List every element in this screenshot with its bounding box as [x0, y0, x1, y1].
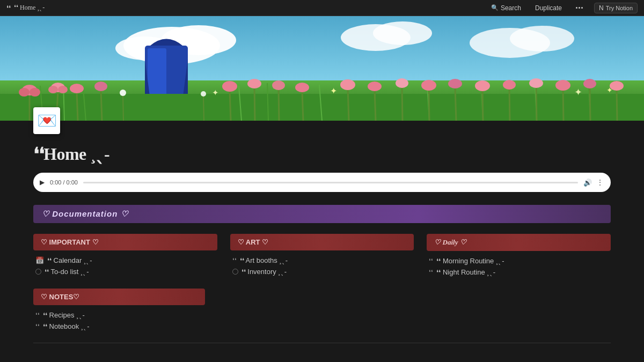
more-options-button[interactable] [573, 6, 586, 10]
svg-line-37 [230, 90, 231, 121]
svg-line-57 [509, 88, 510, 121]
banner-svg: ✦ ✦ ✦ ✦ [0, 16, 644, 121]
dot3 [581, 7, 583, 9]
art-header-text: ♡ ART ♡ [238, 238, 268, 246]
volume-icon[interactable]: 🔊 [583, 179, 592, 187]
daily-column: ♡ Daily ♡ ❛❛ ❛❛ Morning Routine ¸ˎ- ❛❛ ❛… [427, 234, 611, 278]
svg-point-48 [368, 82, 382, 91]
notes-section: ♡ NOTES♡ ❛❛ ❛❛ Recipes ¸ˎ- ❛❛ ❛❛ Noteboo… [33, 289, 611, 332]
page-icon-envelope: 💌 [33, 107, 60, 134]
search-button[interactable]: 🔍 Search [488, 3, 524, 13]
list-item[interactable]: ❛❛ To-do list ¸ˎ- [33, 266, 217, 277]
recipes-link-text: ❛❛ Recipes ¸ˎ- [43, 311, 85, 319]
list-item[interactable]: ❛❛ ❛❛ Recipes ¸ˎ- [33, 309, 611, 321]
art-booths-link-text: ❛❛ Art booths ¸ˎ- [240, 256, 288, 264]
list-item[interactable]: 📅 ❛❛ Calendar ¸ˎ- [33, 255, 217, 266]
calendar-link-text: ❛❛ Calendar ¸ˎ- [47, 256, 92, 264]
svg-line-51 [429, 89, 429, 121]
page-emoji-icon: 💌 [33, 107, 60, 134]
notes-header-text: ♡ NOTES♡ [41, 293, 79, 301]
svg-point-40 [247, 79, 261, 88]
list-item[interactable]: ❛❛ ❛❛ Notebook ¸ˎ- [33, 321, 611, 332]
svg-point-36 [94, 82, 107, 91]
audio-progress-bar[interactable] [83, 182, 578, 183]
svg-line-59 [536, 87, 537, 121]
art-booths-icon: ❛❛ [232, 257, 237, 264]
svg-point-27 [19, 88, 30, 97]
svg-line-49 [402, 87, 402, 121]
banner-image: ✦ ✦ ✦ ✦ [0, 16, 644, 121]
svg-point-38 [222, 81, 237, 92]
audio-player[interactable]: ▶ 0:00 / 0:00 🔊 ⋮ [33, 173, 611, 192]
notes-header: ♡ NOTES♡ [33, 289, 205, 305]
list-item[interactable]: ❛❛ ❛❛ Night Routine ¸ˎ- [427, 267, 611, 278]
important-header: ♡ IMPORTANT ♡ [33, 234, 217, 250]
night-routine-link-text: ❛❛ Night Routine ¸ˎ- [436, 268, 495, 276]
svg-line-47 [375, 90, 376, 121]
circle-icon [35, 269, 41, 275]
svg-point-46 [340, 79, 355, 90]
morning-routine-link-text: ❛❛ Morning Routine ¸ˎ- [436, 257, 504, 265]
inventory-link-text: ❛❛ Inventory ¸ˎ- [241, 268, 287, 276]
try-notion-label: Try Notion [606, 5, 633, 11]
svg-point-34 [70, 84, 84, 93]
inventory-icon [232, 269, 238, 275]
svg-text:✦: ✦ [606, 86, 613, 94]
svg-line-41 [279, 89, 279, 121]
play-button[interactable]: ▶ [40, 179, 45, 186]
topbar-title: ❛❛ Home ¸ˎ- [14, 4, 45, 12]
svg-point-64 [583, 79, 596, 88]
svg-point-60 [529, 78, 543, 88]
svg-text:✦: ✦ [212, 88, 219, 97]
topbar: ❛❛ ❛❛ Home ¸ˎ- 🔍 Search Duplicate N Try … [0, 0, 644, 16]
try-notion-button[interactable]: N Try Notion [594, 3, 638, 13]
svg-point-5 [373, 21, 432, 45]
page-title: ❛❛Home ¸ˎ- [33, 144, 611, 164]
list-item[interactable]: ❛❛ ❛❛ Art booths ¸ˎ- [230, 255, 414, 266]
svg-line-61 [563, 89, 564, 121]
daily-header: ♡ Daily ♡ [427, 234, 611, 251]
svg-point-7 [510, 26, 574, 51]
svg-line-43 [302, 91, 303, 121]
documentation-header: ♡ Documentation ♡ [33, 205, 611, 223]
list-item[interactable]: ❛❛ ❛❛ Morning Routine ¸ˎ- [427, 255, 611, 267]
duplicate-button[interactable]: Duplicate [532, 3, 565, 13]
svg-point-68 [120, 90, 126, 96]
svg-line-69 [203, 97, 204, 121]
list-item[interactable]: ❛❛ Inventory ¸ˎ- [230, 266, 414, 277]
night-routine-icon: ❛❛ [429, 269, 433, 276]
svg-point-70 [201, 91, 206, 97]
notion-icon: N [599, 4, 604, 12]
recipes-icon: ❛❛ [35, 312, 40, 319]
svg-line-67 [123, 95, 123, 121]
search-icon: 🔍 [491, 4, 499, 11]
notebook-icon: ❛❛ [35, 323, 40, 330]
topbar-left: ❛❛ ❛❛ Home ¸ˎ- [6, 4, 45, 12]
daily-header-text: ♡ Daily ♡ [434, 238, 466, 246]
svg-line-33 [77, 92, 78, 121]
svg-line-39 [254, 87, 255, 121]
duplicate-label: Duplicate [535, 4, 562, 12]
svg-point-32 [58, 86, 68, 93]
calendar-icon: 📅 [35, 256, 44, 264]
svg-line-65 [617, 90, 617, 121]
svg-point-42 [272, 80, 285, 90]
topbar-right: 🔍 Search Duplicate N Try Notion [488, 3, 638, 13]
svg-point-54 [448, 79, 462, 88]
morning-routine-icon: ❛❛ [429, 257, 433, 264]
page-icon-small: ❛❛ [6, 4, 11, 12]
art-header: ♡ ART ♡ [230, 234, 414, 250]
dot2 [579, 7, 580, 9]
svg-point-50 [396, 78, 408, 88]
audio-controls: 🔊 ⋮ [583, 178, 604, 187]
svg-line-45 [348, 88, 349, 121]
svg-text:✦: ✦ [574, 87, 582, 98]
svg-point-58 [503, 80, 516, 90]
notebook-link-text: ❛❛ Notebook ¸ˎ- [43, 322, 90, 330]
search-label: Search [501, 4, 521, 12]
documentation-header-text: ♡ Documentation ♡ [42, 209, 128, 218]
svg-line-63 [590, 87, 590, 121]
svg-point-31 [48, 86, 58, 93]
bottom-divider [33, 343, 611, 343]
more-audio-options-icon[interactable]: ⋮ [596, 178, 604, 187]
